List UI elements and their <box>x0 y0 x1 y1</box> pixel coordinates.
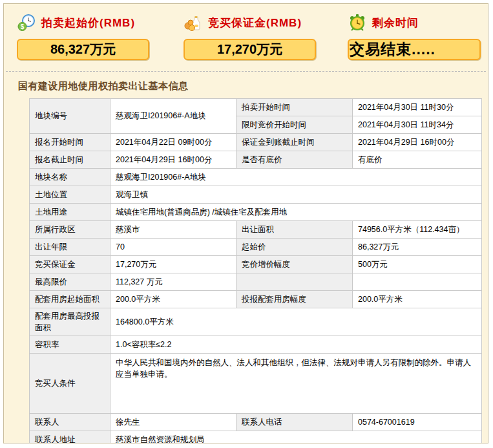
field-label: 联系人 <box>30 414 110 431</box>
field-label: 报名截止时间 <box>30 151 110 169</box>
field-label: 投报配套用房幅度 <box>236 291 353 308</box>
field-label: 拍卖开始时间 <box>236 99 353 116</box>
field-value: 86,327万元 <box>353 239 482 256</box>
field-value: 慈溪市 <box>110 221 236 239</box>
field-value: 慈观海卫I201906#-A地块 <box>110 169 482 186</box>
table-row: 所属行政区慈溪市出让面积74956.0平方米（112.434亩） <box>30 221 482 239</box>
time-left-label: 剩余时间 <box>372 16 419 30</box>
table-row: 土地用途城镇住宅用地(普通商品房) /城镇住宅及配套用地 <box>30 204 482 221</box>
table-row: 容积率1.0<容积率≤2.2 <box>30 336 482 354</box>
field-label: 报名开始时间 <box>30 134 110 151</box>
auction-summary: $ 拍卖起始价(RMB) 86,327万元 <box>4 4 488 71</box>
table-row: 土地位置观海卫镇 <box>30 186 482 204</box>
field-value: 2021年04月29日 16时00分 <box>110 151 236 169</box>
field-label: 是否有底价 <box>236 151 353 169</box>
table-row: 地块名称慈观海卫I201906#-A地块 <box>30 169 482 186</box>
table-row: 最高限价112,327 万元 <box>30 273 482 291</box>
field-label: 限时竞价开始时间 <box>236 116 353 134</box>
field-value: 112,327 万元 <box>110 273 236 291</box>
field-label <box>236 273 353 291</box>
start-price-label: 拍卖起始价(RMB) <box>41 16 135 30</box>
field-label: 联系人地址 <box>30 431 110 443</box>
field-value: 17,270万元 <box>110 256 236 273</box>
table-row: 出让年限70起始价86,327万元 <box>30 239 482 256</box>
field-value: 2021年04月30日 11时34分 <box>353 116 482 134</box>
table-row: 竞买保证金17,270万元竞价增价幅度500万元 <box>30 256 482 273</box>
field-label: 配套用房起始面积 <box>30 291 110 308</box>
time-left-block: 剩余时间 交易结束..... <box>348 12 481 60</box>
field-value: 城镇住宅用地(普通商品房) /城镇住宅及配套用地 <box>110 204 482 221</box>
start-price-header: $ 拍卖起始价(RMB) <box>17 12 149 34</box>
table-row: 报名截止时间2021年04月29日 16时00分是否有底价有底价 <box>30 151 482 169</box>
field-value: 中华人民共和国境内外的自然人、法人和其他组织，但法律、法规对申请人另有限制的除外… <box>110 354 482 414</box>
field-value: 慈观海卫I201906#-A地块 <box>110 99 236 134</box>
table-row: 报名开始时间2021年04月22日 09时00分保证金到账截止时间2021年04… <box>30 134 482 151</box>
field-label: 竞价增价幅度 <box>236 256 353 273</box>
table-row: 联系人地址慈溪市自然资源和规划局 <box>30 431 482 443</box>
field-label: 起始价 <box>236 239 353 256</box>
field-label: 竞买保证金 <box>30 256 110 273</box>
field-label: 最高限价 <box>30 273 110 291</box>
table-row: 配套用房起始面积200.0平方米投报配套用房幅度200.0平方米 <box>30 291 482 308</box>
field-value: 0574-67001619 <box>353 414 482 431</box>
field-label: 容积率 <box>30 336 110 354</box>
field-value: 2021年04月29日 16时00分 <box>353 134 482 151</box>
start-price-block: $ 拍卖起始价(RMB) 86,327万元 <box>17 12 149 60</box>
field-value: 徐先生 <box>110 414 236 431</box>
field-value: 500万元 <box>353 256 482 273</box>
field-value: 有底价 <box>353 151 482 169</box>
field-label: 出让年限 <box>30 239 110 256</box>
page-panel: $ 拍卖起始价(RMB) 86,327万元 <box>3 3 488 443</box>
svg-text:$: $ <box>21 23 25 30</box>
field-value: 164800.0平方米 <box>110 308 482 336</box>
deposit-header: 竞买保证金(RMB) <box>184 12 316 34</box>
deposit-coins-icon <box>184 13 203 32</box>
field-label: 地块名称 <box>30 169 110 186</box>
table-row: 地块编号慈观海卫I201906#-A地块拍卖开始时间2021年04月30日 11… <box>30 99 482 116</box>
info-table-body: 地块编号慈观海卫I201906#-A地块拍卖开始时间2021年04月30日 11… <box>30 99 482 444</box>
field-value: 200.0平方米 <box>110 291 236 308</box>
field-value: 1.0<容积率≤2.2 <box>110 336 482 354</box>
field-label: 保证金到账截止时间 <box>236 134 353 151</box>
section-title: 国有建设用地使用权拍卖出让基本信息 <box>4 72 488 98</box>
field-label: 所属行政区 <box>30 221 110 239</box>
field-label: 出让面积 <box>236 221 353 239</box>
field-value: 观海卫镇 <box>110 186 482 204</box>
auction-info-table: 地块编号慈观海卫I201906#-A地块拍卖开始时间2021年04月30日 11… <box>29 98 482 443</box>
field-value: 2021年04月22日 09时00分 <box>110 134 236 151</box>
deposit-block: 竞买保证金(RMB) 17,270万元 <box>184 12 316 60</box>
table-row: 竞买人条件中华人民共和国境内外的自然人、法人和其他组织，但法律、法规对申请人另有… <box>30 354 482 414</box>
field-label: 土地位置 <box>30 186 110 204</box>
field-label: 竞买人条件 <box>30 354 110 414</box>
field-value: 74956.0平方米（112.434亩） <box>353 221 482 239</box>
field-label: 地块编号 <box>30 99 110 134</box>
alarm-clock-icon <box>348 13 367 32</box>
field-label: 联系人电话 <box>236 414 353 431</box>
field-value: 200.0平方米 <box>353 291 482 308</box>
field-value: 慈溪市自然资源和规划局 <box>110 431 482 443</box>
land-auction-page: { "top": { "items": [ { "icon": "money-c… <box>0 0 493 448</box>
countdown-status: 交易结束..... <box>348 39 481 60</box>
money-clock-icon: $ <box>17 13 36 32</box>
field-value: 70 <box>110 239 236 256</box>
field-label: 土地用途 <box>30 204 110 221</box>
deposit-value: 17,270万元 <box>184 39 316 60</box>
start-price-value: 86,327万元 <box>17 39 149 60</box>
table-row: 配套用房最高投报面积164800.0平方米 <box>30 308 482 336</box>
deposit-label: 竞买保证金(RMB) <box>208 16 302 30</box>
table-row: 联系人徐先生联系人电话0574-67001619 <box>30 414 482 431</box>
field-value <box>353 273 482 291</box>
field-label: 配套用房最高投报面积 <box>30 308 110 336</box>
time-left-header: 剩余时间 <box>348 12 481 34</box>
field-value: 2021年04月30日 11时30分 <box>353 99 482 116</box>
